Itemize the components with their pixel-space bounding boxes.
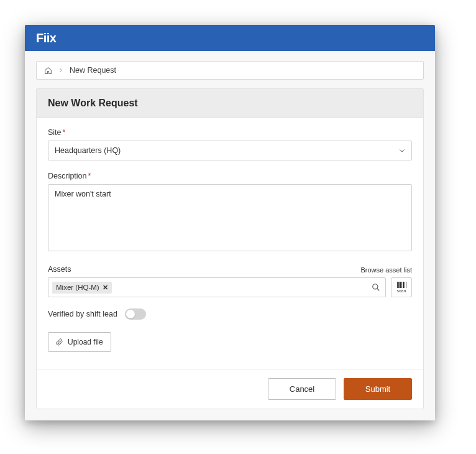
- description-textarea[interactable]: [48, 184, 412, 251]
- required-marker: *: [88, 172, 91, 180]
- site-label: Site*: [48, 128, 412, 137]
- toggle-knob: [126, 310, 135, 318]
- app-header: Fiix: [25, 25, 435, 51]
- scan-button[interactable]: scan: [391, 277, 412, 297]
- breadcrumb-current: New Request: [70, 66, 116, 75]
- form-card: New Work Request Site* Headquarters (HQ): [36, 88, 424, 409]
- app-window: Fiix New Request New Work Request Site*: [25, 25, 435, 420]
- asset-tag: Mixer (HQ-M) ✕: [52, 282, 112, 294]
- brand-logo: Fiix: [36, 31, 56, 45]
- assets-label: Assets: [48, 265, 71, 274]
- cancel-button[interactable]: Cancel: [268, 378, 336, 400]
- home-icon[interactable]: [44, 67, 52, 75]
- verified-row: Verified by shift lead: [48, 308, 412, 320]
- site-select-wrap: Headquarters (HQ): [48, 141, 412, 160]
- remove-tag-icon[interactable]: ✕: [103, 284, 108, 292]
- form-footer: Cancel Submit: [37, 369, 423, 409]
- site-select[interactable]: Headquarters (HQ): [48, 141, 412, 160]
- scan-label: scan: [397, 289, 406, 293]
- page-title: New Work Request: [37, 89, 423, 118]
- assets-input[interactable]: Mixer (HQ-M) ✕: [48, 277, 386, 297]
- form-body: Site* Headquarters (HQ) Description*: [37, 118, 423, 369]
- browse-asset-list-link[interactable]: Browse asset list: [360, 266, 412, 274]
- description-label: Description*: [48, 172, 412, 180]
- site-group: Site* Headquarters (HQ): [48, 128, 412, 160]
- paperclip-icon: [56, 338, 63, 346]
- upload-file-button[interactable]: Upload file: [48, 332, 111, 352]
- assets-group: Assets Browse asset list Mixer (HQ-M) ✕: [48, 265, 412, 297]
- upload-label: Upload file: [68, 338, 103, 346]
- search-icon[interactable]: [372, 283, 380, 292]
- svg-point-0: [373, 284, 378, 289]
- submit-button[interactable]: Submit: [344, 378, 412, 400]
- required-marker: *: [63, 128, 66, 137]
- barcode-icon: [397, 282, 406, 288]
- chevron-right-icon: [58, 68, 63, 73]
- breadcrumb: New Request: [36, 61, 424, 80]
- verified-label: Verified by shift lead: [48, 310, 117, 318]
- description-group: Description*: [48, 172, 412, 254]
- content-area: New Request New Work Request Site* Headq…: [25, 51, 435, 420]
- verified-toggle[interactable]: [125, 308, 146, 320]
- asset-tag-label: Mixer (HQ-M): [56, 284, 99, 291]
